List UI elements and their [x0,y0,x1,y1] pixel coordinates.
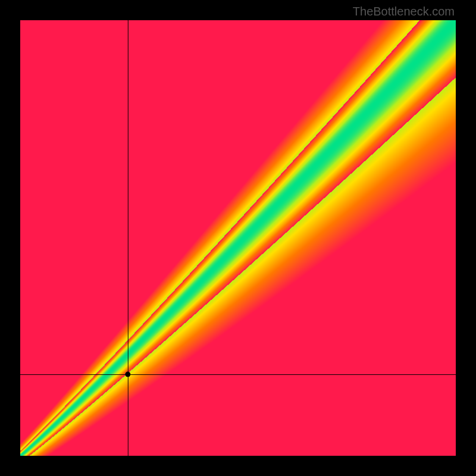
chart-frame: TheBottleneck.com [0,0,476,476]
crosshair-overlay [20,20,456,456]
watermark-text: TheBottleneck.com [353,5,455,18]
plot-area [20,20,456,456]
